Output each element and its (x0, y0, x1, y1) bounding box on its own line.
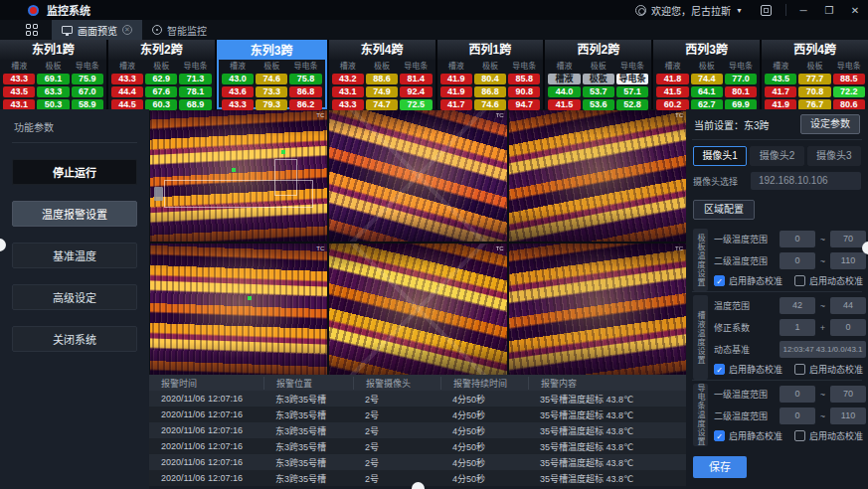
alarm-row[interactable]: 2020/11/06 12:07:16东3跨35号槽2号4分50秒35号槽温度超… (149, 407, 686, 422)
thermal-camera-6[interactable]: TC (509, 244, 686, 375)
alarm-row[interactable]: 2020/11/06 12:07:16东3跨35号槽2号4分50秒35号槽温度超… (149, 422, 686, 438)
temperature-chip: 75.8 (289, 74, 321, 84)
sidebar-button[interactable]: 停止运行 (12, 159, 137, 185)
setting-input-min[interactable]: 0 (780, 231, 815, 247)
thermal-camera-4[interactable]: TC (150, 244, 327, 375)
close-button[interactable]: ✕ (842, 0, 868, 20)
alarm-column-header[interactable]: 报警时间 (149, 377, 263, 390)
span-panel-title[interactable]: 东列2跨 (108, 40, 215, 60)
span-panel-title[interactable]: 西列3跨 (653, 40, 760, 60)
checkbox-item[interactable]: 启用动态校准 (794, 429, 863, 442)
setting-input-min[interactable]: 42 (780, 297, 815, 314)
alarm-column-header[interactable]: 报警位置 (263, 377, 353, 390)
span-panel[interactable]: 东列3跨槽液极板导电条43.074.675.843.673.386.843.37… (217, 40, 327, 109)
span-panel[interactable]: 东列2跨槽液极板导电条43.362.971.344.467.678.144.56… (108, 40, 215, 109)
setting-input-max[interactable]: 44 (830, 297, 866, 314)
checkbox-unchecked-icon[interactable] (794, 275, 805, 286)
alarm-table-header: 报警时间报警位置报警摄像头报警持续时间报警内容 (149, 375, 686, 391)
area-config-button[interactable]: 区域配置 (693, 200, 755, 220)
checkbox-unchecked-icon[interactable] (794, 430, 805, 441)
checkbox-item[interactable]: ✓启用静态校准 (714, 274, 782, 287)
checkbox-item[interactable]: 启用动态校准 (794, 274, 863, 287)
measurement-chip (154, 187, 163, 201)
tab-close-icon[interactable]: ✕ (122, 25, 132, 35)
table-scroll-handle[interactable] (412, 482, 425, 489)
thermal-glow (150, 110, 327, 242)
temperature-chip: 导电条 (616, 74, 648, 84)
panel-divider (692, 380, 862, 381)
alarm-column-header[interactable]: 报警持续时间 (440, 377, 528, 390)
span-panel-title[interactable]: 西列2跨 (545, 40, 651, 60)
tab-bar: 画面预览 ✕ 智能监控 (0, 20, 868, 40)
settings-row: 一级温度范围0~70 (714, 231, 866, 247)
span-panel-title[interactable]: 东列3跨 (219, 42, 325, 60)
camera-tab[interactable]: 摄像头3 (807, 146, 861, 166)
setting-input-max[interactable]: 70 (830, 231, 866, 247)
span-panel[interactable]: 西列1跨槽液极板导电条41.980.485.841.986.890.841.77… (437, 40, 544, 109)
camera-tab[interactable]: 摄像头1 (693, 146, 747, 166)
checkbox-item[interactable]: ✓启用静态校准 (714, 363, 782, 376)
alarm-column-header[interactable]: 报警摄像头 (353, 377, 440, 390)
save-button[interactable]: 保存 (693, 456, 747, 478)
checkbox-item[interactable]: ✓启用静态校准 (714, 429, 782, 442)
sidebar-button[interactable]: 关闭系统 (12, 326, 137, 352)
sidebar-button[interactable]: 温度报警设置 (12, 201, 137, 227)
span-panel-title[interactable]: 西列4跨 (762, 40, 868, 60)
span-panel[interactable]: 东列4跨槽液极板导电条43.288.681.443.174.992.443.37… (329, 40, 435, 109)
setting-input-max[interactable]: 110 (830, 252, 866, 269)
camera-tab[interactable]: 摄像头2 (750, 146, 803, 166)
temperature-chip: 79.3 (256, 99, 287, 110)
temperature-row: 43.379.386.2 (219, 99, 325, 110)
app-title: 监控系统 (47, 2, 90, 18)
temperature-chip: 77.0 (725, 74, 757, 84)
tab-screen-preview[interactable]: 画面预览 ✕ (52, 20, 142, 40)
settings-collapse-handle[interactable] (862, 242, 868, 254)
span-panel[interactable]: 西列3跨槽液极板导电条41.874.477.041.564.180.160.26… (653, 40, 760, 109)
alarm-cell: 2020/11/06 12:07:16 (149, 409, 263, 419)
setting-input-max[interactable]: 0 (830, 319, 866, 336)
setting-input-min[interactable]: 0 (780, 386, 815, 403)
fullscreen-icon[interactable] (761, 5, 772, 16)
setting-input-min[interactable]: 1 (780, 319, 815, 336)
checkbox-checked-icon[interactable]: ✓ (714, 430, 725, 441)
alarm-row[interactable]: 2020/11/06 12:07:16东3跨35号槽2号4分50秒35号槽温度超… (149, 454, 686, 470)
span-panel-title[interactable]: 西列1跨 (437, 40, 544, 60)
checkbox-item[interactable]: 启用动态校准 (794, 363, 863, 376)
welcome-user-label[interactable]: 欢迎您，尼古拉斯 (651, 3, 731, 18)
setting-input-min[interactable]: 0 (780, 408, 815, 424)
alarm-row[interactable]: 2020/11/06 12:07:16东3跨35号槽2号4分50秒35号槽温度超… (149, 391, 686, 407)
camera-ip-input[interactable]: 192.168.10.106 (751, 172, 861, 190)
span-panel-title[interactable]: 东列4跨 (329, 40, 435, 60)
thermal-camera-1[interactable]: TC (150, 110, 327, 242)
span-panel[interactable]: 西列2跨槽液极板导电条槽液极板导电条44.053.757.141.553.652… (545, 40, 651, 109)
user-menu-caret-icon[interactable]: ▼ (736, 7, 743, 14)
checkbox-checked-icon[interactable]: ✓ (714, 275, 725, 286)
span-panel-subheader: 槽液极板导电条 (437, 60, 544, 72)
span-panel-title[interactable]: 东列1跨 (0, 40, 106, 60)
layout-grid-icon[interactable] (26, 24, 38, 36)
sidebar-button[interactable]: 高级设定 (12, 284, 137, 310)
setting-input-max[interactable]: 70 (830, 386, 866, 403)
temperature-chip: 44.0 (548, 86, 580, 97)
thermal-camera-5[interactable]: TC (329, 244, 506, 375)
span-panel[interactable]: 西列4跨槽液极板导电条43.577.788.541.770.872.241.97… (762, 40, 868, 109)
alarm-cell: 2号 (353, 456, 440, 469)
checkbox-checked-icon[interactable]: ✓ (714, 364, 725, 375)
restore-button[interactable]: ❐ (816, 0, 842, 20)
minimize-button[interactable]: ─ (790, 0, 816, 20)
set-params-button[interactable]: 设定参数 (800, 114, 860, 134)
setting-input-min[interactable]: 0 (780, 252, 815, 269)
setting-wide-input[interactable]: 12:03:47 43.1/0.0/43.1 (780, 341, 866, 358)
setting-input-max[interactable]: 110 (830, 408, 866, 424)
tab-smart-monitor[interactable]: 智能监控 (142, 20, 217, 40)
checkbox-unchecked-icon[interactable] (794, 364, 805, 375)
alarm-cell: 2020/11/06 12:07:16 (149, 425, 263, 435)
thermal-camera-2[interactable]: TC (329, 110, 506, 242)
temperature-chip: 57.1 (616, 86, 648, 97)
alarm-column-header[interactable]: 报警内容 (528, 377, 686, 390)
alarm-row[interactable]: 2020/11/06 12:07:16东3跨35号槽2号4分50秒35号槽温度超… (149, 438, 686, 454)
sidebar-button[interactable]: 基准温度 (12, 243, 137, 268)
thermal-camera-3[interactable]: TC (509, 110, 686, 242)
temperature-chip: 53.7 (583, 86, 614, 97)
span-panel[interactable]: 东列1跨槽液极板导电条43.369.175.943.563.367.043.15… (0, 40, 106, 109)
